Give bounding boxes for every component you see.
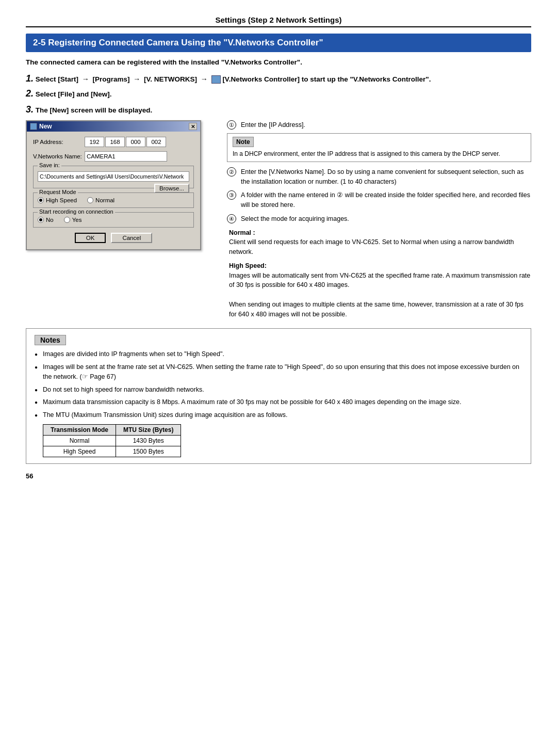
note-item-5: The MTU (Maximum Transmission Unit) size… [35, 410, 522, 420]
mtu-header-size: MTU Size (Bytes) [116, 424, 181, 435]
callout-4-num: ④ [227, 214, 236, 223]
dialog-title-icon [30, 123, 37, 130]
callout-2-text: Enter the [V.Networks Name]. Do so by us… [241, 167, 531, 187]
dialog-window: New ✕ IP Address: 192 168 000 002 [26, 120, 201, 250]
callout-2-num: ② [227, 167, 236, 176]
callout-1: ① Enter the [IP Address]. [227, 120, 531, 130]
note-item-2: Images will be sent at the frame rate se… [35, 362, 522, 382]
left-panel: New ✕ IP Address: 192 168 000 002 [26, 120, 217, 319]
mtu-size-high-speed: 1500 Bytes [116, 446, 181, 457]
normal-desc: Normal : Client will send requests for e… [227, 228, 531, 257]
notes-section: Notes Images are divided into IP fragmen… [26, 328, 531, 464]
note-item-4: Maximum data transmission capacity is 8 … [35, 397, 522, 407]
dialog-title: New [39, 123, 52, 130]
mtu-mode-normal: Normal [43, 435, 116, 446]
step1-num: 1. [26, 73, 34, 84]
save-in-group: Save in: C:\Documents and Settings\All U… [33, 166, 194, 188]
no-radio[interactable] [38, 217, 44, 223]
right-panel: ① Enter the [IP Address]. Note In a DHCP… [217, 120, 531, 319]
page-number: 56 [26, 472, 531, 480]
callout-1-text: Enter the [IP Address]. [241, 120, 305, 130]
callout-3-num: ③ [227, 190, 236, 200]
ip-box-2[interactable]: 168 [105, 137, 125, 147]
start-recording-label: Start recording on connection [38, 208, 115, 215]
callout-3-text: A folder with the name entered in ② will… [241, 190, 531, 210]
step1: 1. Select [Start] → [Programs] → [V. NET… [26, 73, 531, 84]
high-speed-label2: High Speed: [229, 262, 267, 269]
vnetworks-label: V.Networks Name: [33, 153, 85, 159]
normal-radio[interactable] [87, 197, 93, 203]
high-speed-radio[interactable] [38, 197, 44, 203]
callout-1-num: ① [227, 120, 236, 130]
step3-num: 3. [26, 104, 34, 115]
ip-box-3[interactable]: 000 [126, 137, 145, 147]
callout-2: ② Enter the [V.Networks Name]. Do so by … [227, 167, 531, 187]
mtu-header-mode: Transmission Mode [43, 424, 116, 435]
mtu-row-normal: Normal 1430 Bytes [43, 435, 181, 446]
high-speed-text: Images will be automatically sent from V… [229, 272, 530, 289]
note-box-text: In a DHCP environment, enter the IP addr… [233, 149, 526, 158]
request-mode-label: Request Mode [38, 189, 78, 195]
cancel-button[interactable]: Cancel [111, 233, 152, 243]
bold-intro: The connected camera can be registered w… [26, 58, 531, 66]
callout-3: ③ A folder with the name entered in ② wi… [227, 190, 531, 210]
no-radio-label: No [46, 217, 54, 223]
start-recording-group: Start recording on connection No Yes [33, 212, 194, 228]
step3: 3. The [New] screen will be displayed. [26, 104, 531, 115]
step2-num: 2. [26, 88, 34, 99]
normal-radio-label: Normal [95, 197, 114, 203]
notes-title: Notes [35, 335, 66, 345]
dialog-titlebar: New ✕ [27, 121, 200, 132]
save-path-input[interactable]: C:\Documents and Settings\All Users\Docu… [38, 171, 189, 182]
browse-button[interactable]: Browse... [154, 184, 189, 193]
ip-label: IP Address: [33, 139, 85, 145]
yes-radio[interactable] [64, 217, 70, 223]
notes-list: Images are divided into IP fragments whe… [35, 349, 522, 420]
blue-header: 2-5 Registering Connected Camera Using t… [26, 34, 531, 52]
step3-text: The [New] screen will be displayed. [36, 106, 153, 114]
high-speed-text2: When sending out images to multiple clie… [229, 301, 523, 318]
callout-4-text: Select the mode for acquiring images. [241, 214, 349, 224]
normal-text: Client will send requests for each image… [229, 238, 514, 255]
note-box: Note In a DHCP environment, enter the IP… [227, 133, 531, 162]
vnetworks-input[interactable]: CAMERA1 [85, 151, 167, 162]
normal-label: Normal : [229, 229, 255, 236]
mtu-table: Transmission Mode MTU Size (Bytes) Norma… [43, 424, 181, 457]
high-speed-radio-label: High Speed [46, 197, 77, 203]
step2-text: Select [File] and [New]. [36, 90, 112, 98]
mtu-size-normal: 1430 Bytes [116, 435, 181, 446]
note-item-1: Images are divided into IP fragments whe… [35, 349, 522, 359]
mtu-mode-high-speed: High Speed [43, 446, 116, 457]
high-speed-desc: High Speed: Images will be automatically… [227, 261, 531, 319]
ok-button[interactable]: OK [75, 233, 106, 243]
yes-radio-label: Yes [72, 217, 82, 223]
step1-text: Select [Start] → [Programs] → [V. NETWOR… [36, 75, 431, 83]
ip-box-4[interactable]: 002 [146, 137, 166, 147]
callout-4: ④ Select the mode for acquiring images. [227, 214, 531, 224]
mtu-row-high-speed: High Speed 1500 Bytes [43, 446, 181, 457]
request-mode-group: Request Mode High Speed Normal [33, 192, 194, 208]
save-in-label: Save in: [38, 162, 61, 168]
note-box-title: Note [233, 137, 254, 147]
dialog-close-button[interactable]: ✕ [189, 123, 197, 130]
note-item-3: Do not set to high speed for narrow band… [35, 385, 522, 395]
ip-box-1[interactable]: 192 [85, 137, 104, 147]
step2: 2. Select [File] and [New]. [26, 88, 531, 99]
section-heading: Settings (Step 2 Network Settings) [26, 15, 531, 27]
